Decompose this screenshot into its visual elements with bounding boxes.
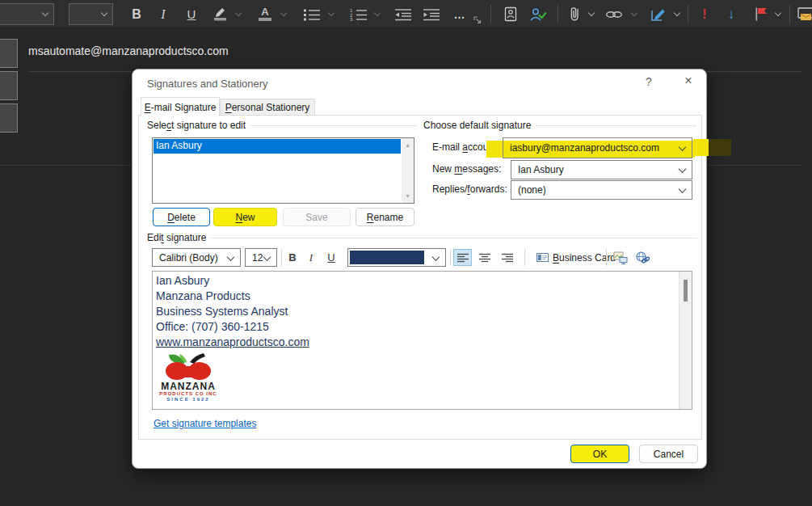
- manzana-apple-icon: [160, 352, 217, 382]
- signature-size-combo[interactable]: 12: [245, 248, 277, 267]
- group-divider-line: [250, 125, 417, 126]
- flag-icon: [755, 7, 768, 21]
- text-highlight-color-button[interactable]: [208, 0, 232, 28]
- font-color-button[interactable]: A: [255, 0, 276, 28]
- chevron-down-icon: [775, 10, 781, 16]
- chevron-down-icon: [227, 253, 235, 261]
- attach-file-button[interactable]: [564, 0, 585, 28]
- italic-button[interactable]: I: [154, 0, 173, 28]
- save-button[interactable]: Save: [283, 208, 351, 226]
- business-card-button[interactable]: Business Card: [532, 248, 621, 267]
- align-left-button[interactable]: [453, 249, 472, 266]
- link-icon: [605, 10, 623, 19]
- font-family-combo[interactable]: [0, 3, 54, 25]
- dialog-title: Signatures and Stationery: [147, 78, 268, 90]
- get-signature-templates-link[interactable]: Get signature templates: [154, 418, 256, 429]
- bold-button[interactable]: B: [125, 0, 148, 28]
- delete-button[interactable]: Delete: [153, 208, 210, 226]
- from-field-button[interactable]: [0, 39, 18, 68]
- numbering-button[interactable]: 1 2 3: [347, 0, 371, 28]
- signature-dropdown-chevron[interactable]: [672, 0, 682, 28]
- signature-button[interactable]: [646, 0, 671, 28]
- check-names-button[interactable]: [524, 0, 552, 28]
- new-messages-combo[interactable]: Ian Asbury: [511, 160, 692, 179]
- flag-dropdown-chevron[interactable]: [773, 0, 783, 28]
- paperclip-icon: [569, 6, 581, 23]
- scroll-up-icon[interactable]: ▲: [402, 139, 414, 151]
- signature-font-color-combo[interactable]: [347, 248, 446, 267]
- close-icon[interactable]: ×: [679, 74, 698, 91]
- chevron-down-icon: [42, 10, 48, 16]
- annotation-highlight-extension-dim: [709, 139, 731, 156]
- signature-italic-button[interactable]: I: [305, 248, 318, 267]
- underline-button[interactable]: U: [181, 0, 202, 28]
- signature-edit-area[interactable]: Ian Asbury Manzana Products Business Sys…: [152, 271, 692, 410]
- mail-options-button[interactable]: [797, 0, 812, 28]
- align-right-button[interactable]: [498, 249, 516, 266]
- to-field-button[interactable]: [0, 71, 18, 100]
- logo-sub-text: SINCE 1922: [157, 397, 220, 403]
- highlight-dropdown-chevron[interactable]: [234, 0, 243, 28]
- insert-hyperlink-button[interactable]: [633, 248, 652, 267]
- signature-listbox[interactable]: Ian Asbury ▲ ▼: [152, 137, 414, 204]
- listbox-scrollbar[interactable]: ▲ ▼: [402, 138, 414, 203]
- dialog-launcher-icon[interactable]: [473, 15, 482, 25]
- follow-up-flag-button[interactable]: [751, 0, 772, 28]
- help-icon[interactable]: ?: [640, 75, 658, 91]
- insert-picture-button[interactable]: [611, 248, 630, 267]
- toolbar-separator: [606, 249, 607, 266]
- align-center-button[interactable]: [475, 249, 494, 266]
- increase-indent-button[interactable]: [419, 0, 444, 28]
- high-importance-button[interactable]: !: [696, 0, 713, 28]
- ok-button[interactable]: OK: [570, 445, 629, 463]
- business-card-icon: [536, 253, 549, 262]
- replies-forwards-combo[interactable]: (none): [511, 180, 692, 200]
- group-divider-line: [536, 125, 696, 126]
- email-account-combo[interactable]: iasbury@manzanaproductsco.com: [503, 137, 692, 158]
- group-label-text: Choose default signature: [423, 120, 531, 131]
- signature-bold-button[interactable]: B: [284, 248, 301, 267]
- new-messages-label: New messages:: [432, 163, 501, 175]
- address-book-button[interactable]: [498, 0, 522, 28]
- attach-dropdown-chevron[interactable]: [587, 0, 596, 28]
- tab-personal-stationery[interactable]: Personal Stationery: [220, 99, 315, 116]
- signature-line: Business Systems Analyst: [156, 304, 309, 319]
- signature-font-combo[interactable]: Calibri (Body): [152, 248, 241, 267]
- signature-list-item-selected[interactable]: Ian Asbury: [154, 139, 401, 154]
- signature-underline-button[interactable]: U: [323, 248, 339, 267]
- increase-indent-icon: [423, 8, 440, 21]
- group-label-text: Edit signature: [147, 232, 206, 243]
- low-importance-button[interactable]: ↓: [721, 0, 742, 28]
- scroll-down-icon[interactable]: ▼: [402, 190, 414, 202]
- email-signature-tab-page: Select signature to edit Ian Asbury ▲ ▼ …: [138, 115, 702, 440]
- decrease-indent-button[interactable]: [391, 0, 415, 28]
- more-options-button[interactable]: …: [446, 0, 473, 28]
- edit-area-scrollbar[interactable]: [679, 272, 692, 409]
- cancel-button[interactable]: Cancel: [639, 445, 698, 463]
- signature-text: Ian Asbury Manzana Products Business Sys…: [156, 273, 309, 350]
- group-label-text: Select signature to edit: [147, 120, 246, 131]
- from-email-address: msautomate@manzanaproductsco.com: [28, 44, 229, 57]
- signature-line: Manzana Products: [156, 289, 309, 304]
- cc-field-button[interactable]: [0, 103, 18, 133]
- globe-link-icon: [635, 251, 650, 264]
- scrollbar-thumb[interactable]: [684, 280, 688, 301]
- signature-size-value: 12: [252, 252, 263, 264]
- tab-email-signature[interactable]: E-mail Signature: [141, 97, 220, 116]
- chevron-down-icon: [374, 10, 381, 16]
- svg-text:3: 3: [350, 17, 353, 21]
- new-button[interactable]: New: [213, 208, 277, 226]
- rename-button[interactable]: Rename: [356, 208, 414, 226]
- bullets-dropdown-chevron[interactable]: [326, 0, 336, 28]
- font-color-dropdown-chevron[interactable]: [279, 0, 288, 28]
- signature-line: Office: (707) 360-1215: [156, 319, 309, 335]
- numbered-list-icon: 1 2 3: [350, 8, 368, 21]
- link-dropdown-chevron[interactable]: [629, 0, 639, 28]
- bullets-button[interactable]: [300, 0, 324, 28]
- numbering-dropdown-chevron[interactable]: [372, 0, 382, 28]
- insert-link-button[interactable]: [602, 0, 626, 28]
- font-size-combo[interactable]: [69, 3, 113, 25]
- picture-icon: [613, 251, 628, 264]
- signature-line: Ian Asbury: [156, 273, 309, 289]
- signatures-and-stationery-dialog: Signatures and Stationery ? × E-mail Sig…: [132, 69, 707, 469]
